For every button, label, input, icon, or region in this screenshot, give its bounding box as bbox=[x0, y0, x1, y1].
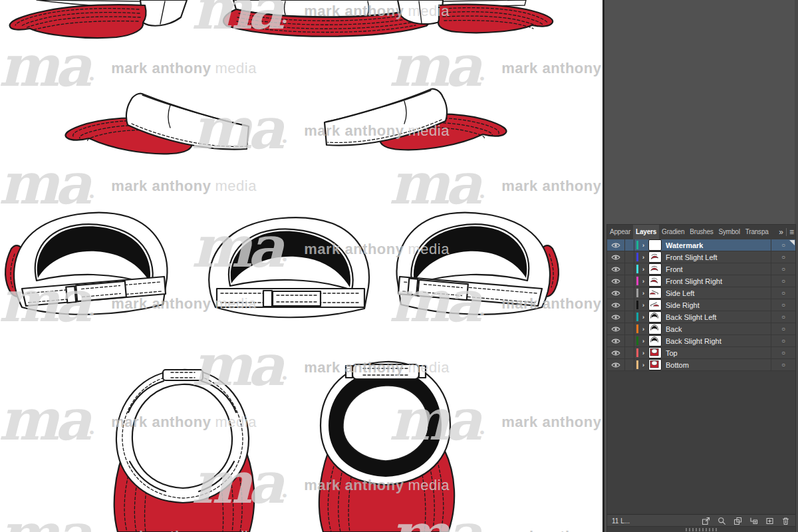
make-clipping-mask-icon[interactable] bbox=[733, 516, 742, 525]
layer-name[interactable]: Front bbox=[666, 265, 771, 273]
layer-target-circle[interactable]: ○ bbox=[771, 263, 795, 275]
layer-row-back-slight-right[interactable]: › Back Slight Right ○ bbox=[607, 335, 795, 347]
artwork-side-right[interactable] bbox=[314, 85, 515, 157]
layer-lock-cell[interactable] bbox=[625, 359, 634, 370]
layer-row-top[interactable]: › Top ○ bbox=[607, 347, 795, 359]
locate-object-icon[interactable] bbox=[717, 516, 726, 525]
artwork-back-slight-right[interactable] bbox=[386, 206, 562, 322]
layer-target-circle[interactable]: ○ bbox=[771, 311, 795, 323]
artwork-back-slight-left[interactable] bbox=[2, 206, 176, 322]
layer-row-watermark[interactable]: › Watermark ○ bbox=[607, 239, 795, 251]
layer-lock-cell[interactable] bbox=[625, 311, 634, 323]
layer-thumbnail[interactable] bbox=[648, 287, 662, 299]
artboard-canvas[interactable]: ma.mark anthonymedia ma.mark anthonymedi… bbox=[0, 0, 602, 532]
tab-overflow-icon[interactable]: » bbox=[779, 225, 783, 239]
layer-lock-cell[interactable] bbox=[625, 263, 634, 275]
layer-visibility-toggle[interactable] bbox=[607, 275, 625, 287]
layer-thumbnail[interactable] bbox=[648, 239, 662, 251]
layer-expand-chevron[interactable]: › bbox=[638, 314, 648, 321]
layer-visibility-toggle[interactable] bbox=[607, 347, 625, 358]
layer-row-side-right[interactable]: › Side Right ○ bbox=[607, 299, 795, 311]
layer-name[interactable]: Front Slight Right bbox=[666, 277, 771, 285]
layer-name[interactable]: Side Left bbox=[666, 289, 771, 297]
layer-visibility-toggle[interactable] bbox=[607, 335, 625, 346]
artwork-bottom[interactable] bbox=[305, 358, 469, 532]
layer-expand-chevron[interactable]: › bbox=[638, 254, 648, 261]
collect-for-export-icon[interactable] bbox=[701, 516, 710, 525]
layer-target-circle[interactable]: ○ bbox=[771, 347, 795, 358]
layer-expand-chevron[interactable]: › bbox=[638, 362, 648, 368]
layer-thumbnail[interactable] bbox=[648, 275, 662, 287]
layer-expand-chevron[interactable]: › bbox=[638, 350, 648, 356]
layer-target-circle[interactable]: ○ bbox=[771, 275, 795, 287]
layer-lock-cell[interactable] bbox=[625, 299, 634, 311]
layer-visibility-toggle[interactable] bbox=[607, 251, 625, 263]
layer-visibility-toggle[interactable] bbox=[607, 263, 625, 275]
new-sublayer-icon[interactable] bbox=[749, 516, 758, 525]
layer-thumbnail[interactable] bbox=[648, 323, 662, 334]
layer-thumbnail[interactable] bbox=[648, 347, 662, 358]
artwork-top[interactable] bbox=[102, 364, 263, 532]
layer-name[interactable]: Side Right bbox=[666, 301, 771, 309]
tab-layers[interactable]: Layers bbox=[633, 225, 659, 239]
layer-row-back-slight-left[interactable]: › Back Slight Left ○ bbox=[607, 311, 795, 323]
layer-name[interactable]: Bottom bbox=[666, 361, 771, 369]
artwork-front-slight-left[interactable] bbox=[3, 0, 190, 43]
layer-row-front-slight-right[interactable]: › Front Slight Right ○ bbox=[607, 275, 795, 287]
layer-lock-cell[interactable] bbox=[625, 347, 634, 358]
layer-lock-cell[interactable] bbox=[625, 251, 634, 263]
layer-expand-chevron[interactable]: › bbox=[638, 326, 648, 332]
layer-lock-cell[interactable] bbox=[625, 239, 634, 251]
layer-name[interactable]: Back bbox=[666, 325, 771, 333]
layer-lock-cell[interactable] bbox=[625, 287, 634, 299]
layer-thumbnail[interactable] bbox=[648, 359, 662, 370]
layer-row-bottom[interactable]: › Bottom ○ bbox=[607, 359, 795, 371]
layer-target-circle[interactable]: ○ bbox=[771, 335, 795, 346]
layer-expand-chevron[interactable]: › bbox=[638, 242, 648, 249]
layer-thumbnail[interactable] bbox=[648, 251, 662, 263]
layer-visibility-toggle[interactable] bbox=[607, 239, 625, 251]
layer-name[interactable]: Watermark bbox=[666, 241, 771, 249]
layer-visibility-toggle[interactable] bbox=[607, 299, 625, 311]
layer-thumbnail[interactable] bbox=[648, 263, 662, 275]
new-layer-icon[interactable] bbox=[765, 516, 774, 525]
artwork-front-slight-right[interactable] bbox=[396, 0, 557, 36]
layer-expand-chevron[interactable]: › bbox=[638, 338, 648, 344]
layer-visibility-toggle[interactable] bbox=[607, 359, 625, 370]
artwork-side-left[interactable] bbox=[59, 90, 253, 158]
artwork-back[interactable] bbox=[198, 213, 378, 327]
tab-transpa[interactable]: Transpa bbox=[743, 225, 771, 239]
layer-lock-cell[interactable] bbox=[625, 323, 634, 334]
layer-name[interactable]: Back Slight Right bbox=[666, 337, 771, 345]
delete-layer-icon[interactable] bbox=[781, 516, 790, 525]
layer-name[interactable]: Back Slight Left bbox=[666, 313, 771, 321]
layer-row-side-left[interactable]: › Side Left ○ bbox=[607, 287, 795, 299]
layer-target-circle[interactable]: ○ bbox=[771, 287, 795, 299]
layer-target-circle[interactable]: ○ bbox=[771, 251, 795, 263]
layer-target-circle[interactable]: ○ bbox=[771, 323, 795, 334]
layer-row-front[interactable]: › Front ○ bbox=[607, 263, 795, 275]
tab-gradien[interactable]: Gradien bbox=[659, 225, 687, 239]
layer-name[interactable]: Top bbox=[666, 349, 771, 357]
tab-appear[interactable]: Appear bbox=[607, 225, 633, 239]
panel-menu-icon[interactable]: ≡ bbox=[789, 225, 794, 239]
layer-lock-cell[interactable] bbox=[625, 335, 634, 346]
layer-expand-chevron[interactable]: › bbox=[638, 266, 648, 273]
layer-target-circle[interactable]: ○ bbox=[771, 299, 795, 311]
layer-thumbnail[interactable] bbox=[648, 335, 662, 346]
layer-lock-cell[interactable] bbox=[625, 275, 634, 287]
layer-visibility-toggle[interactable] bbox=[607, 287, 625, 299]
layer-expand-chevron[interactable]: › bbox=[638, 278, 648, 285]
layer-visibility-toggle[interactable] bbox=[607, 311, 625, 323]
layer-visibility-toggle[interactable] bbox=[607, 323, 625, 334]
layer-row-back[interactable]: › Back ○ bbox=[607, 323, 795, 335]
tab-brushes[interactable]: Brushes bbox=[687, 225, 716, 239]
layer-expand-chevron[interactable]: › bbox=[638, 290, 648, 297]
tab-symbol[interactable]: Symbol bbox=[716, 225, 743, 239]
layer-expand-chevron[interactable]: › bbox=[638, 302, 648, 309]
panel-horizontal-scrollbar[interactable] bbox=[607, 526, 795, 532]
layer-row-front-slight-left[interactable]: › Front Slight Left ○ bbox=[607, 251, 795, 263]
layer-target-circle[interactable]: ○ bbox=[771, 359, 795, 370]
layer-thumbnail[interactable] bbox=[648, 299, 662, 311]
layer-thumbnail[interactable] bbox=[648, 311, 662, 323]
